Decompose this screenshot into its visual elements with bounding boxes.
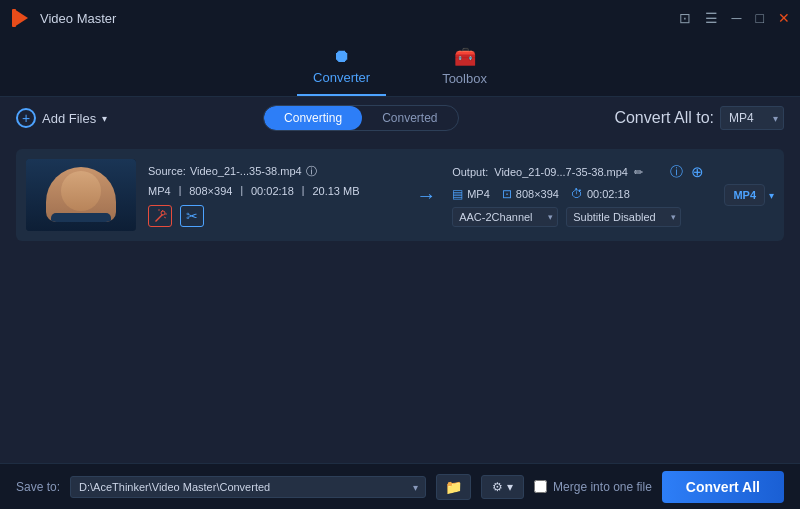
audio-select[interactable]: AAC-2Channel AAC MP3	[452, 207, 558, 227]
format-icon: ▤	[452, 187, 463, 201]
converting-tab[interactable]: Converting	[264, 106, 362, 130]
output-resolution-meta: ⊡ 808×394	[502, 187, 559, 201]
output-edit-icon[interactable]: ✏	[634, 166, 643, 179]
gear-icon: ⚙	[492, 480, 503, 494]
file-info: Source: Video_21-...35-38.mp4 ⓘ MP4 | 80…	[148, 164, 400, 227]
resolution-icon: ⊡	[502, 187, 512, 201]
output-selects: AAC-2Channel AAC MP3 Subtitle Disabled N…	[452, 207, 704, 227]
toolbar: + Add Files ▾ Converting Converted Conve…	[0, 97, 800, 139]
converter-tab-label: Converter	[313, 70, 370, 85]
format-badge-group: MP4 ▾	[716, 184, 774, 206]
merge-label: Merge into one file	[553, 480, 652, 494]
top-nav: ⏺ Converter 🧰 Toolbox	[0, 36, 800, 97]
output-resolution: 808×394	[516, 188, 559, 200]
tab-toolbox[interactable]: 🧰 Toolbox	[426, 42, 503, 96]
file-meta: MP4 | 808×394 | 00:02:18 | 20.13 MB	[148, 185, 400, 197]
file-list: Source: Video_21-...35-38.mp4 ⓘ MP4 | 80…	[0, 139, 800, 251]
subtitle-select[interactable]: Subtitle Disabled No Subtitle Burn Subti…	[566, 207, 681, 227]
scissors-icon: ✂	[186, 208, 198, 224]
output-duration: 00:02:18	[587, 188, 630, 200]
title-bar: Video Master ⊡ ☰ ─ □ ✕	[0, 0, 800, 36]
file-actions: ✂	[148, 205, 400, 227]
wand-icon	[153, 209, 167, 223]
bottom-bar: Save to: D:\AceThinker\Video Master\Conv…	[0, 463, 800, 509]
file-size: 20.13 MB	[312, 185, 359, 197]
settings-dropdown-arrow: ▾	[507, 480, 513, 494]
format-badge: MP4	[724, 184, 765, 206]
info-circle-icon[interactable]: ⓘ	[670, 163, 683, 181]
format-badge-dropdown[interactable]: ▾	[769, 190, 774, 201]
file-resolution: 808×394	[189, 185, 232, 197]
close-icon[interactable]: ✕	[778, 11, 790, 25]
menu-icon[interactable]: ☰	[705, 11, 718, 25]
output-format: MP4	[467, 188, 490, 200]
clock-icon: ⏱	[571, 187, 583, 201]
title-bar-controls: ⊡ ☰ ─ □ ✕	[679, 11, 790, 25]
subtitle-select-wrapper[interactable]: Subtitle Disabled No Subtitle Burn Subti…	[566, 207, 681, 227]
app-logo-icon	[10, 7, 32, 29]
svg-rect-1	[12, 9, 16, 27]
merge-checkbox-label[interactable]: Merge into one file	[534, 480, 652, 494]
file-source: Source: Video_21-...35-38.mp4 ⓘ	[148, 164, 400, 179]
add-output-icon[interactable]: ⊕	[691, 163, 704, 181]
format-select-wrapper[interactable]: MP4 MKV AVI MOV WMV	[720, 106, 784, 130]
save-to-label: Save to:	[16, 480, 60, 494]
save-path-wrapper[interactable]: D:\AceThinker\Video Master\Converted	[70, 476, 426, 498]
arrow-separator: →	[416, 184, 436, 207]
toolbox-tab-label: Toolbox	[442, 71, 487, 86]
convert-all-to-label: Convert All to:	[614, 109, 714, 127]
app-title: Video Master	[40, 11, 116, 26]
output-format-meta: ▤ MP4	[452, 187, 490, 201]
toolbox-icon: 🧰	[454, 46, 476, 68]
convert-all-button[interactable]: Convert All	[662, 471, 784, 503]
output-info: Output: Video_21-09...7-35-38.mp4 ✏ ⓘ ⊕ …	[452, 163, 704, 227]
minimize-icon[interactable]: ─	[732, 11, 742, 25]
output-header: Output: Video_21-09...7-35-38.mp4 ✏ ⓘ ⊕	[452, 163, 704, 181]
output-filename: Video_21-09...7-35-38.mp4	[494, 166, 628, 178]
output-header-icons: ⓘ ⊕	[670, 163, 704, 181]
thumbnail	[26, 159, 136, 231]
edit-effects-button[interactable]	[148, 205, 172, 227]
merge-checkbox[interactable]	[534, 480, 547, 493]
tab-converter[interactable]: ⏺ Converter	[297, 42, 386, 96]
add-files-button[interactable]: + Add Files ▾	[16, 108, 107, 128]
file-item: Source: Video_21-...35-38.mp4 ⓘ MP4 | 80…	[16, 149, 784, 241]
settings-button[interactable]: ⚙ ▾	[481, 475, 524, 499]
convert-all-to-wrapper: Convert All to: MP4 MKV AVI MOV WMV	[614, 106, 784, 130]
status-tab-group: Converting Converted	[263, 105, 458, 131]
converter-icon: ⏺	[333, 46, 351, 67]
file-format: MP4	[148, 185, 171, 197]
output-duration-meta: ⏱ 00:02:18	[571, 187, 630, 201]
source-filename: Video_21-...35-38.mp4	[190, 165, 302, 177]
subtitle-window-icon[interactable]: ⊡	[679, 11, 691, 25]
folder-icon: 📁	[445, 479, 462, 495]
add-files-icon: +	[16, 108, 36, 128]
svg-marker-0	[14, 9, 28, 27]
add-files-label: Add Files	[42, 111, 96, 126]
source-label: Source:	[148, 165, 186, 177]
maximize-icon[interactable]: □	[756, 11, 764, 25]
converted-tab[interactable]: Converted	[362, 106, 457, 130]
format-select[interactable]: MP4 MKV AVI MOV WMV	[720, 106, 784, 130]
audio-select-wrapper[interactable]: AAC-2Channel AAC MP3	[452, 207, 558, 227]
output-meta: ▤ MP4 ⊡ 808×394 ⏱ 00:02:18	[452, 187, 704, 201]
add-files-dropdown-arrow[interactable]: ▾	[102, 113, 107, 124]
trim-button[interactable]: ✂	[180, 205, 204, 227]
source-info-icon[interactable]: ⓘ	[306, 164, 317, 179]
title-bar-left: Video Master	[10, 7, 116, 29]
save-path-select[interactable]: D:\AceThinker\Video Master\Converted	[70, 476, 426, 498]
output-label: Output:	[452, 166, 488, 178]
file-duration: 00:02:18	[251, 185, 294, 197]
browse-folder-button[interactable]: 📁	[436, 474, 471, 500]
